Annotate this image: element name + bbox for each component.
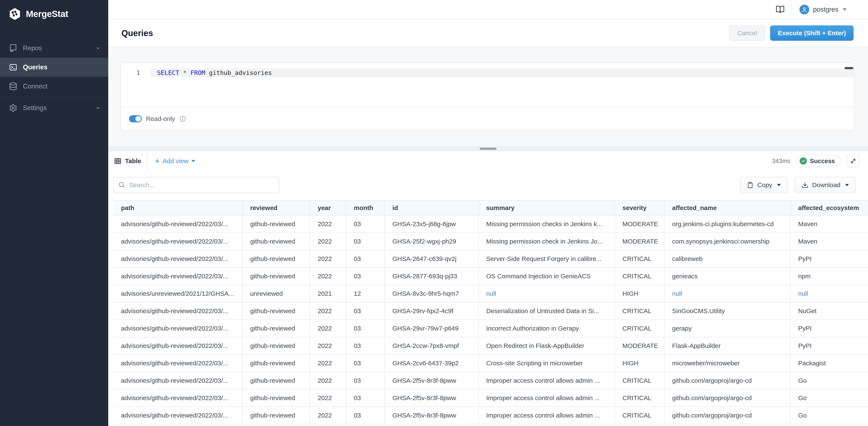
- expand-button[interactable]: [847, 155, 860, 167]
- terminal-icon: [9, 63, 18, 71]
- cell-severity: HIGH: [615, 285, 664, 302]
- cell-path: advisories/github-reviewed/2022/03/...: [113, 372, 242, 389]
- sql-editor[interactable]: 1 SELECT * FROM github_advisories: [121, 63, 854, 107]
- cell-affected_name: com.synopsys.jenkinsci:ownership: [664, 233, 790, 250]
- brand-name: MergeStat: [26, 9, 68, 19]
- read-only-toggle[interactable]: [129, 115, 142, 122]
- table-grid-icon: [114, 157, 122, 165]
- cell-id: GHSA-2f5v-8r3f-8pww: [384, 389, 478, 407]
- docs-book-icon[interactable]: [776, 5, 784, 14]
- cell-month: 03: [346, 302, 384, 320]
- cell-year: 2022: [310, 302, 346, 320]
- book-icon: [9, 44, 18, 53]
- tab-table-label: Table: [125, 157, 141, 165]
- cell-year: 2022: [310, 407, 346, 424]
- column-header-affected_ecosystem: affected_ecosystem: [790, 200, 868, 215]
- clipboard-icon: [747, 182, 754, 188]
- expand-diagonal-icon: [850, 158, 856, 164]
- cell-id: GHSA-23x5-j68g-6jpw: [384, 215, 478, 233]
- cell-affected_name: github.com/argoproj/argo-cd: [664, 372, 790, 389]
- resize-handle[interactable]: [479, 148, 497, 150]
- line-number: 1: [121, 68, 150, 77]
- cell-id: GHSA-29vr-79w7-p649: [384, 320, 478, 337]
- tab-table[interactable]: Table: [108, 151, 147, 171]
- add-view-button[interactable]: + Add view: [155, 151, 195, 171]
- cell-reviewed: unreviewed: [242, 285, 310, 302]
- cell-path: advisories/github-reviewed/2022/03/...: [113, 389, 242, 407]
- sidebar-item-settings[interactable]: Settings: [0, 98, 108, 118]
- results-toolbar: Copy Download: [108, 177, 868, 193]
- sidebar-item-queries[interactable]: Queries: [0, 58, 108, 77]
- cell-path: advisories/github-reviewed/2022/03/...: [113, 337, 242, 355]
- query-duration: 343ms: [772, 158, 790, 165]
- execute-button[interactable]: Execute (Shift + Enter): [770, 26, 854, 41]
- cell-affected_name: github.com/argoproj/argo-cd: [664, 407, 790, 424]
- user-menu-caret-icon[interactable]: [842, 8, 847, 11]
- download-caret-icon: [845, 184, 849, 186]
- read-only-label: Read-only: [146, 115, 175, 122]
- page-title: Queries: [121, 28, 729, 38]
- topbar-divider: [792, 4, 792, 15]
- search-input[interactable]: [113, 177, 279, 193]
- cell-severity: MODERATE: [615, 233, 664, 250]
- sql-code-line[interactable]: SELECT * FROM github_advisories: [150, 68, 272, 77]
- sql-token: [179, 69, 183, 76]
- cell-id: GHSA-2f5v-8r3f-8pww: [384, 407, 478, 424]
- cell-id: GHSA-2ccw-7px8-vmpf: [384, 337, 478, 355]
- cell-affected_name: gerapy: [664, 320, 790, 337]
- cell-year: 2022: [310, 267, 346, 285]
- cell-year: 2022: [310, 250, 346, 267]
- cell-severity: CRITICAL: [615, 250, 664, 267]
- column-header-severity: severity: [615, 200, 664, 215]
- sidebar-item-repos[interactable]: Repos: [0, 39, 108, 58]
- editor-scrollbar-thumb[interactable]: [845, 67, 853, 69]
- cell-affected_ecosystem: npm: [790, 267, 868, 285]
- cell-severity: CRITICAL: [615, 302, 664, 320]
- cell-severity: MODERATE: [615, 215, 664, 233]
- cell-severity: CRITICAL: [615, 372, 664, 389]
- user-menu-label[interactable]: postgres: [813, 6, 838, 13]
- sidebar-item-connect[interactable]: Connect: [0, 77, 108, 96]
- sql-token: FROM: [190, 69, 205, 76]
- column-header-path: path: [113, 200, 242, 215]
- table-row: advisories/github-reviewed/2022/03/...gi…: [113, 320, 868, 337]
- check-icon: [800, 157, 807, 165]
- copy-label: Copy: [757, 182, 772, 189]
- chevron-down-icon: [95, 105, 101, 110]
- cell-path: advisories/github-reviewed/2022/03/...: [113, 320, 242, 337]
- copy-button[interactable]: Copy: [740, 177, 787, 193]
- cell-severity: CRITICAL: [615, 407, 664, 424]
- avatar[interactable]: [800, 5, 809, 14]
- plus-icon: +: [155, 157, 160, 165]
- cell-summary: OS Command Injection in GenieACS: [478, 267, 615, 285]
- cell-severity: CRITICAL: [615, 267, 664, 285]
- cell-id: GHSA-8v3c-9hr5-hqm7: [384, 285, 478, 302]
- cell-affected_ecosystem: PyPI: [790, 250, 868, 267]
- cell-affected_ecosystem: Go: [790, 372, 868, 389]
- column-header-affected_name: affected_name: [664, 200, 790, 215]
- cell-path: advisories/github-reviewed/2022/03/...: [113, 233, 242, 250]
- cell-year: 2022: [310, 233, 346, 250]
- cell-affected_name: genieacs: [664, 267, 790, 285]
- cell-month: 03: [346, 320, 384, 337]
- cell-summary: Improper access control allows admin ...: [478, 372, 615, 389]
- cell-affected_name: null: [664, 285, 790, 302]
- brand: MergeStat: [0, 7, 108, 21]
- sql-token: *: [183, 69, 187, 76]
- cell-month: 03: [346, 337, 384, 355]
- status-label: Success: [810, 158, 835, 165]
- add-view-caret-icon: [191, 160, 195, 162]
- download-label: Download: [812, 182, 840, 189]
- info-icon[interactable]: [179, 116, 186, 122]
- cell-reviewed: github-reviewed: [242, 302, 310, 320]
- sidebar-item-label: Settings: [23, 104, 47, 112]
- cell-path: advisories/github-reviewed/2022/03/...: [113, 250, 242, 267]
- cell-year: 2022: [310, 355, 346, 372]
- download-button[interactable]: Download: [795, 177, 856, 193]
- cell-year: 2022: [310, 389, 346, 407]
- cancel-button[interactable]: Cancel: [729, 26, 765, 41]
- editor-zone: 1 SELECT * FROM github_advisories Read-o…: [108, 47, 868, 146]
- cell-severity: CRITICAL: [615, 389, 664, 407]
- sql-token: [205, 69, 209, 76]
- table-row: advisories/github-reviewed/2022/03/...gi…: [113, 233, 868, 250]
